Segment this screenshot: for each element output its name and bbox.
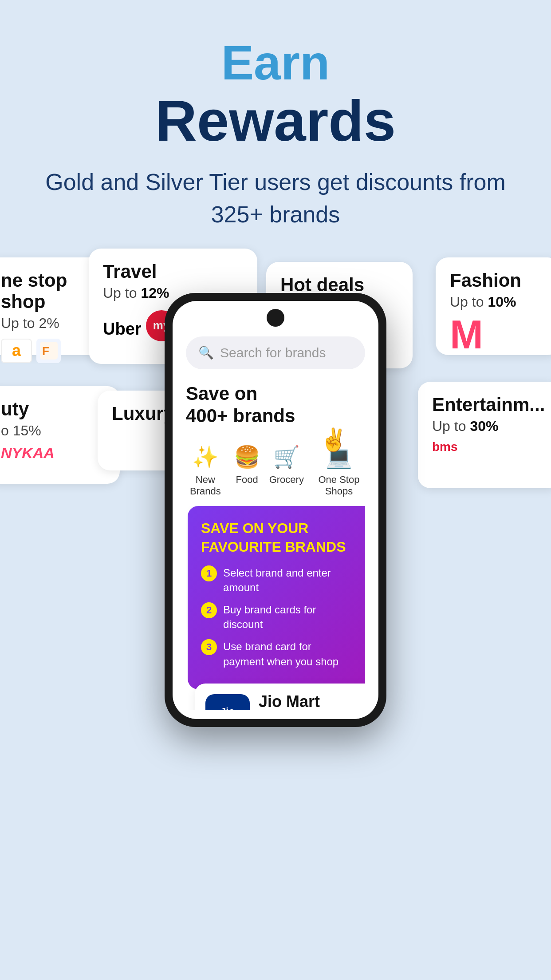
rewards-heading: Rewards (27, 89, 524, 153)
step-num-1: 1 (201, 565, 217, 581)
entertainment-discount: Up to 30% (432, 418, 546, 435)
food-icon: 🍔 (234, 445, 260, 470)
header-section: Earn Rewards Gold and Silver Tier users … (0, 0, 551, 249)
beauty-discount: o 15% (1, 423, 106, 439)
save-brands-title: SAVE ON YOUR FAVOURITE BRANDS (201, 519, 352, 556)
cards-area: ne stop shop Up to 2% a F Travel Up to 1… (0, 249, 551, 550)
jiomart-logo: Jio Mart (205, 694, 250, 711)
grocery-icon: 🛒 (273, 445, 300, 470)
category-grocery[interactable]: 🛒 Grocery (269, 445, 304, 497)
uber-logo: Uber (103, 320, 142, 339)
entertainment-title: Entertainm... (432, 394, 546, 415)
jiomart-info: Jio Mart Grocery · New brands 2% OFF (259, 692, 362, 710)
phone-screen: 🔍 Search for brands Save on400+ brands ✌… (173, 301, 378, 719)
sparkle-icon: ✨ (192, 445, 219, 470)
entertainment-card[interactable]: Entertainm... Up to 30% bms (418, 382, 551, 488)
save-brands-card: SAVE ON YOUR FAVOURITE BRANDS 1 Select b… (188, 506, 365, 689)
header-subtitle: Gold and Silver Tier users get discounts… (27, 166, 524, 231)
nykaa-logo: NYKAA (1, 444, 106, 462)
category-new-brands[interactable]: ✨ New Brands (186, 445, 225, 497)
search-placeholder: Search for brands (220, 345, 326, 360)
amazon-logo: a (1, 339, 32, 363)
step-2: 2 Buy brand cards for discount (201, 602, 352, 632)
fashion-discount: Up to 10% (450, 294, 546, 310)
peace-icon: ✌️ (320, 427, 347, 453)
jiomart-brand-name: Jio Mart (259, 692, 362, 710)
cat-label-new-brands: New Brands (186, 474, 225, 497)
bookmyshow-logo: bms (432, 440, 546, 454)
travel-title: Travel (103, 261, 243, 282)
earn-heading: Earn (27, 36, 524, 89)
save-section: Save on400+ brands ✌️ (186, 383, 365, 436)
step-text-1: Select brand and enter amount (223, 565, 352, 595)
fashion-title: Fashion (450, 270, 546, 291)
phone-notch (267, 309, 284, 327)
jiomart-row[interactable]: Jio Mart Jio Mart Grocery · New brands 2… (195, 684, 365, 710)
phone-mockup: 🔍 Search for brands Save on400+ brands ✌… (165, 293, 386, 727)
svg-text:F: F (42, 344, 49, 358)
step-3: 3 Use brand card for payment when you sh… (201, 639, 352, 669)
hot-deals-title: Hot deals (280, 274, 398, 296)
step-num-3: 3 (201, 639, 217, 655)
phone-outer: 🔍 Search for brands Save on400+ brands ✌… (165, 293, 386, 727)
flipkart-logo: F (36, 339, 61, 363)
search-icon: 🔍 (198, 345, 214, 360)
jio-text: Jio (220, 706, 235, 710)
search-bar[interactable]: 🔍 Search for brands (186, 336, 365, 369)
step-1: 1 Select brand and enter amount (201, 565, 352, 595)
cat-label-food: Food (236, 474, 258, 486)
beauty-title: uty (1, 399, 106, 420)
cat-label-one-stop: One Stop Shops (313, 474, 365, 497)
phone-bottom: SUMMER SPLASH Get EXTRA 6% off on Decath… (186, 506, 365, 710)
step-num-2: 2 (201, 602, 217, 618)
myntra-logo: M (450, 315, 546, 355)
step-text-3: Use brand card for payment when you shop (223, 639, 352, 669)
save-title: Save on400+ brands (186, 383, 365, 427)
fashion-card[interactable]: Fashion Up to 10% M (436, 257, 551, 355)
cat-label-grocery: Grocery (269, 474, 304, 486)
phone-content: 🔍 Search for brands Save on400+ brands ✌… (173, 301, 378, 719)
category-food[interactable]: 🍔 Food (234, 445, 260, 497)
steps-list: 1 Select brand and enter amount 2 Buy br… (201, 565, 352, 669)
step-text-2: Buy brand cards for discount (223, 602, 352, 632)
